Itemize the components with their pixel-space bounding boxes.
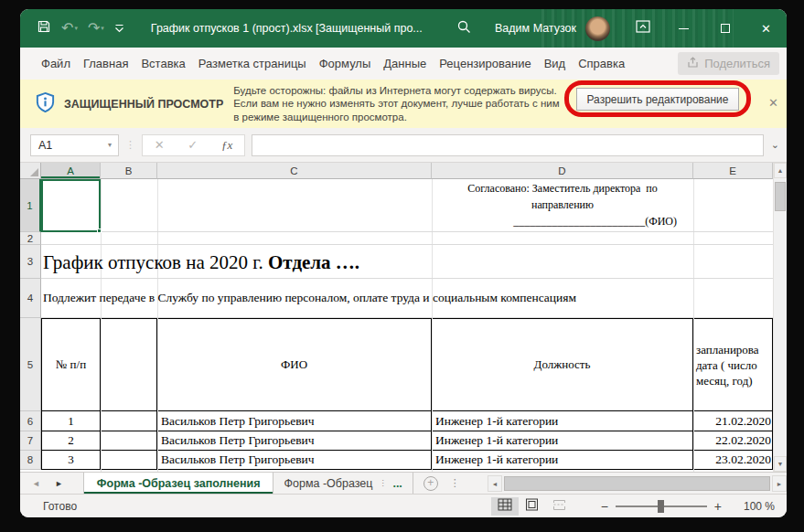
column-header-c[interactable]: C	[157, 163, 432, 179]
customize-qat-button[interactable]	[110, 15, 129, 42]
tab-review[interactable]: Рецензирование	[433, 57, 537, 70]
table-header-fio[interactable]: ФИО	[157, 318, 432, 411]
table-row-fio[interactable]: Васильков Петр Григорьевич	[157, 431, 432, 451]
scroll-left-icon[interactable]: ◄	[488, 475, 502, 492]
page-break-view-button[interactable]	[546, 497, 574, 516]
redo-dropdown-icon[interactable]: ▾	[101, 25, 104, 32]
row-header-8[interactable]: 8	[20, 451, 41, 470]
cell-a4-subtitle[interactable]: Подлежит передаче в Службу по управлению…	[43, 291, 576, 305]
row-4: 4 Подлежит передаче в Службу по управлен…	[20, 279, 787, 318]
insert-function-icon[interactable]: ƒx	[221, 138, 232, 153]
row-header-3[interactable]: 3	[20, 245, 41, 279]
close-message-bar-icon[interactable]: ✕	[768, 96, 778, 110]
row-header-6[interactable]: 6	[20, 411, 41, 431]
column-header-b[interactable]: B	[101, 163, 157, 179]
vertical-scrollbar-thumb[interactable]	[775, 182, 786, 211]
share-button[interactable]: Поделиться	[678, 52, 779, 75]
column-header-a[interactable]: A	[41, 163, 101, 179]
table-row-num[interactable]: 2	[41, 431, 101, 451]
page-layout-view-button[interactable]	[519, 497, 546, 516]
horizontal-scrollbar-thumb[interactable]	[504, 476, 770, 491]
name-box-dropdown-icon[interactable]: ▾	[108, 141, 118, 149]
tab-formulas[interactable]: Формулы	[313, 57, 378, 70]
quick-access-toolbar: ↶ ▾ ↷ ▾	[20, 15, 129, 42]
sheet-nav-right-icon[interactable]: ►	[55, 479, 63, 488]
select-all-button[interactable]	[20, 163, 41, 179]
row-2-content[interactable]	[41, 232, 787, 245]
table-row-blank[interactable]	[101, 451, 157, 470]
active-cell-a1[interactable]	[41, 179, 101, 232]
account-name[interactable]: Вадим Матузок	[495, 22, 576, 35]
expand-formula-bar-icon[interactable]: ⌄	[771, 139, 779, 151]
zoom-slider[interactable]	[616, 505, 707, 507]
row-header-4[interactable]: 4	[20, 279, 41, 318]
cell-d1-line2: направлению	[432, 197, 693, 213]
page-break-view-icon	[552, 498, 566, 515]
undo-button[interactable]: ↶ ▾	[57, 15, 82, 42]
save-button[interactable]	[32, 15, 56, 42]
close-window-button[interactable]: ✕	[745, 9, 787, 48]
sheet-tab-active[interactable]: Форма -Образец заполнения	[83, 473, 274, 494]
new-sheet-icon[interactable]: +	[423, 476, 438, 491]
column-header-e[interactable]: E	[693, 163, 773, 179]
cell-d1[interactable]: Согласовано: Заместитель директора по на…	[432, 180, 693, 229]
maximize-icon	[721, 24, 730, 33]
tab-view[interactable]: Вид	[538, 57, 573, 70]
table-header-planned-date[interactable]: запланирова дата ( число месяц, год)	[693, 318, 773, 411]
table-row-blank[interactable]	[101, 411, 157, 431]
horizontal-scrollbar[interactable]: ◄ ►	[488, 474, 787, 493]
table-row-fio[interactable]: Васильков Петр Григорьевич	[157, 411, 432, 431]
horizontal-scrollbar-track[interactable]	[502, 475, 772, 492]
scroll-down-icon[interactable]: ▼	[774, 456, 787, 472]
enter-icon[interactable]: ✓	[188, 138, 198, 152]
zoom-out-icon[interactable]: −	[594, 499, 616, 514]
tab-home[interactable]: Главная	[77, 57, 134, 70]
table-header-blank[interactable]	[101, 318, 157, 411]
row-2: 2	[20, 232, 787, 245]
zoom-level-label[interactable]: 100 %	[740, 500, 775, 513]
zoom-slider-thumb[interactable]	[658, 500, 664, 513]
redo-button[interactable]: ↷ ▾	[83, 15, 109, 42]
scroll-right-icon[interactable]: ►	[772, 475, 787, 492]
formula-input[interactable]	[252, 134, 764, 156]
maximize-button[interactable]	[704, 9, 745, 48]
row-header-2[interactable]: 2	[20, 232, 41, 245]
excel-window: ↶ ▾ ↷ ▾ График отпусков 1 (прост).xlsx […	[20, 9, 787, 517]
tab-data[interactable]: Данные	[377, 57, 433, 70]
tab-help[interactable]: Справка	[572, 57, 631, 70]
undo-dropdown-icon[interactable]: ▾	[74, 25, 78, 32]
sheet-nav-left-icon[interactable]: ◄	[32, 479, 40, 488]
row-header-5[interactable]: 5	[20, 318, 41, 411]
avatar[interactable]	[585, 16, 610, 41]
column-header-d[interactable]: D	[432, 163, 693, 179]
table-header-position[interactable]: Должность	[432, 318, 693, 411]
normal-view-button[interactable]	[491, 497, 519, 516]
table-row-fio[interactable]: Васильков Петр Григорьевич	[157, 451, 432, 470]
tab-page-layout[interactable]: Разметка страницы	[192, 57, 313, 70]
sheet-options-icon[interactable]: ⋮	[450, 477, 460, 489]
ribbon-display-options-button[interactable]	[623, 9, 663, 48]
minimize-button[interactable]	[663, 9, 704, 48]
table-row-position[interactable]: Инженер 1-й категории	[432, 431, 693, 451]
name-box[interactable]: A1 ▾	[30, 134, 119, 156]
sheet-tab-inactive[interactable]: Форма -Образец ⋮ ...	[273, 473, 413, 494]
zoom-in-icon[interactable]: +	[707, 499, 729, 514]
table-row-position[interactable]: Инженер 1-й категории	[432, 411, 693, 431]
cell-a3-title[interactable]: График отпусков на 2020 г. Отдела ….	[43, 251, 359, 274]
cancel-icon[interactable]: ✕	[155, 138, 165, 152]
tab-file[interactable]: Файл	[41, 57, 77, 70]
scroll-up-icon[interactable]: ▲	[774, 163, 787, 178]
table-row-date[interactable]: 22.02.2020	[693, 431, 773, 451]
table-row-date[interactable]: 21.02.2020	[693, 411, 773, 431]
table-row-num[interactable]: 1	[41, 411, 101, 431]
vertical-scrollbar[interactable]: ▲ ▼	[773, 163, 787, 472]
table-row-blank[interactable]	[101, 431, 157, 451]
row-header-1[interactable]: 1	[20, 179, 41, 232]
search-button[interactable]	[445, 9, 482, 48]
table-header-num[interactable]: № п/п	[41, 318, 101, 411]
tab-insert[interactable]: Вставка	[134, 57, 191, 70]
table-row-num[interactable]: 3	[41, 451, 101, 470]
table-row-position[interactable]: Инженер 1-й категории	[432, 451, 693, 470]
row-header-7[interactable]: 7	[20, 431, 41, 451]
table-row-date[interactable]: 23.02.2020	[693, 451, 773, 470]
